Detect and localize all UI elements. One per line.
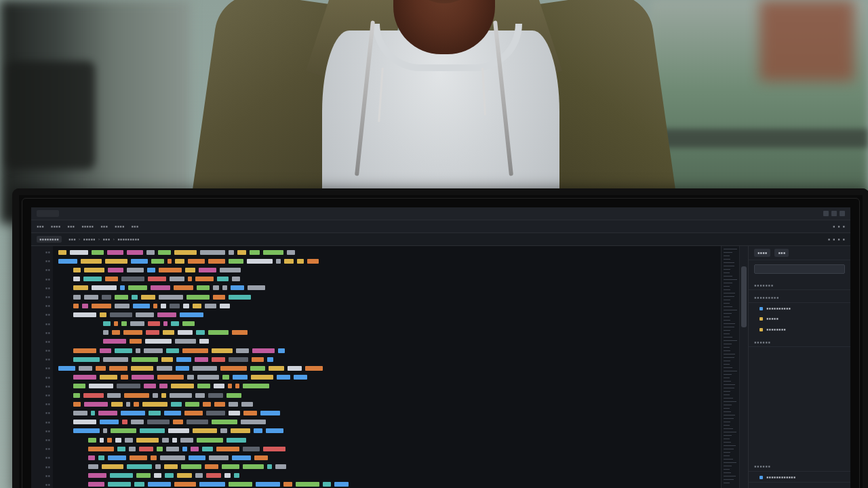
editor-tabbar: ▪▪▪▪▪▪▪▪ ▪▪▪ › ▪▪▪▪▪ › ▪▪▪ › ▪▪▪▪▪▪▪▪▪ ▪… [31,233,850,246]
side-panel-tabs: ▪▪▪▪ ▪▪▪ [749,246,850,260]
minimap [721,246,739,488]
code-line [58,428,717,434]
titlebar-chip [37,210,59,217]
code-line [58,445,717,451]
code-line [58,481,717,487]
code-line [58,365,717,371]
code-line [58,321,717,327]
office-chair [7,61,95,169]
window-controls [823,211,845,216]
tabbar-right: ▪ ▪ ▪ ▪ [828,236,845,243]
code-line [58,266,717,272]
outline-item: ▪▪▪▪▪▪▪▪ [749,324,850,335]
code-line [58,276,717,282]
code-line [58,419,717,425]
side-panel-section-header: ▪▪▪▪▪▪▪▪▪ [749,290,850,303]
scrollbar-thumb [741,266,747,327]
code-line [58,258,717,264]
side-panel-search [754,264,845,274]
code-area [53,246,721,488]
window-sill [637,129,868,148]
code-line [58,249,717,255]
code-line [58,311,717,317]
code-editor-screen: ▪▪▪ ▪▪▪▪ ▪▪▪ ▪▪▪▪▪ ▪▪▪ ▪▪▪▪ ▪▪▪ ▪ ▪ ▪ ▪▪… [31,207,850,488]
line-number-gutter: ▪▪▪▪▪▪▪▪▪▪▪▪▪▪▪▪▪▪▪▪▪▪▪▪▪▪▪▪▪▪▪▪▪▪▪▪▪▪▪▪… [31,246,53,488]
code-line [58,302,717,308]
editor-titlebar [31,207,850,220]
code-line [58,347,717,353]
code-line [58,374,717,380]
code-line [58,436,717,443]
menu-item: ▪▪▪ [132,223,139,230]
menu-item: ▪▪▪▪ [51,223,60,230]
side-panel-tab: ▪▪▪ [774,249,789,257]
outline-item: ▪▪▪▪▪▪▪▪▪▪▪▪ [749,472,850,483]
scrollbar [739,246,748,488]
menu-item: ▪▪▪ [100,223,108,230]
side-panel-section-header: ▪▪▪▪▪▪ [749,335,850,348]
code-line [58,472,717,479]
side-panel-tab: ▪▪▪▪ [754,249,770,257]
code-line [58,329,717,336]
editor-body: ▪▪▪▪▪▪▪▪▪▪▪▪▪▪▪▪▪▪▪▪▪▪▪▪▪▪▪▪▪▪▪▪▪▪▪▪▪▪▪▪… [31,246,850,488]
editor-tab: ▪▪▪▪▪▪▪▪ [37,236,62,243]
monitor: ▪▪▪ ▪▪▪▪ ▪▪▪ ▪▪▪▪▪ ▪▪▪ ▪▪▪▪ ▪▪▪ ▪ ▪ ▪ ▪▪… [12,188,868,488]
breadcrumb: ▪▪▪ › ▪▪▪▪▪ › ▪▪▪ › ▪▪▪▪▪▪▪▪▪ [68,236,140,243]
background-brick-building [760,0,854,81]
menu-item: ▪▪▪▪▪ [81,223,94,230]
code-line [58,285,717,291]
side-panel-section-header: ▪▪▪▪▪▪ [749,459,850,472]
menu-item: ▪▪▪ [67,223,75,230]
menu-item: ▪▪▪▪ [115,223,124,230]
code-line [58,454,717,460]
code-line [58,356,717,362]
code-line [58,409,717,415]
code-line [58,464,717,470]
outline-item: ▪▪▪▪▪ [749,313,850,324]
code-line [58,392,717,398]
editor-menubar: ▪▪▪ ▪▪▪▪ ▪▪▪ ▪▪▪▪▪ ▪▪▪ ▪▪▪▪ ▪▪▪ ▪ ▪ ▪ [31,220,850,233]
code-line [58,293,717,300]
code-line [58,338,717,344]
code-line [58,401,717,407]
photo-scene: ▪▪▪ ▪▪▪▪ ▪▪▪ ▪▪▪▪▪ ▪▪▪ ▪▪▪▪ ▪▪▪ ▪ ▪ ▪ ▪▪… [0,0,868,488]
menu-item: ▪▪▪ [37,223,44,230]
side-panel-footer: ▪▪▪▪▪▪▪ [749,482,850,488]
side-panel-section-header: ▪▪▪▪▪▪▪ [749,278,850,291]
outline-item: ▪▪▪▪▪▪▪▪▪▪ [749,303,850,314]
code-line [58,383,717,389]
menubar-right: ▪ ▪ ▪ [833,223,845,230]
side-panel: ▪▪▪▪ ▪▪▪ ▪▪▪▪▪▪▪ ▪▪▪▪▪▪▪▪▪ ▪▪▪▪▪▪▪▪▪▪ ▪▪… [748,246,850,488]
